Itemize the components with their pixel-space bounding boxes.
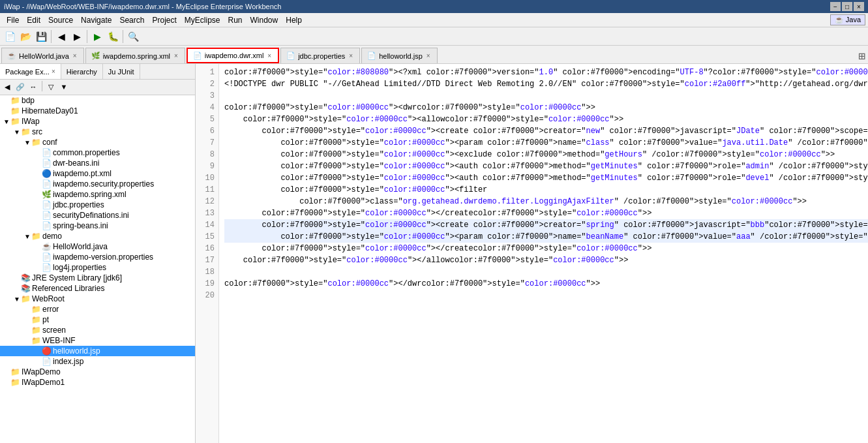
tree-item[interactable]: 📁bdp — [0, 95, 195, 106]
tree-item[interactable]: 📁WEB-INF — [0, 335, 195, 346]
tab-helloworldjava[interactable]: ☕ HelloWorld.java × — [1, 48, 84, 63]
code-content[interactable]: color:#7f0000">style="color:#808080"><?x… — [219, 64, 868, 443]
tree-icon: 📁 — [21, 294, 31, 303]
tree-item[interactable]: 📄securityDefinations.ini — [0, 210, 195, 221]
tree-item[interactable]: 🔵iwapdemo.pt.xml — [0, 168, 195, 179]
menu-project[interactable]: Project — [148, 14, 180, 26]
tree-label: error — [42, 305, 59, 314]
tree-label: log4j.properties — [53, 263, 106, 272]
code-line: color:#7f0000">style="color:#0000cc"><al… — [224, 114, 868, 125]
tree-icon: 📁 — [31, 232, 41, 241]
panel-sync-btn[interactable]: ↔ — [27, 81, 39, 93]
line-number: 4 — [198, 102, 215, 114]
main-layout: Package Ex... × Hierarchy Ju JUnit ◀ 🔗 ↔… — [0, 64, 868, 443]
tree-item[interactable]: 📁pt — [0, 314, 195, 325]
toolbar-open[interactable]: 📂 — [18, 29, 33, 44]
tab-iwapdemodwrxml[interactable]: 📄 iwapdemo.dwr.xml × — [187, 48, 279, 63]
tree-item[interactable]: ☕HelloWorld.java — [0, 241, 195, 252]
tree-item[interactable]: 📄iwapdemo.security.properties — [0, 179, 195, 189]
menu-myeclipse[interactable]: MyEclipse — [181, 14, 224, 26]
file-tree[interactable]: 📁bdp📁HibernateDay01▼📁IWap▼📁src▼📁conf📄com… — [0, 95, 195, 443]
toolbar-debug[interactable]: 🐛 — [106, 29, 120, 44]
panel-menu-btn[interactable]: ▼ — [58, 81, 70, 93]
perspective-label[interactable]: ☕ Java — [830, 14, 865, 25]
tree-item[interactable]: 📁IWapDemo — [0, 367, 195, 377]
menu-search[interactable]: Search — [115, 14, 148, 26]
menu-window[interactable]: Window — [247, 14, 282, 26]
panel-link-btn[interactable]: 🔗 — [14, 81, 26, 93]
tree-item[interactable]: 📁error — [0, 304, 195, 314]
tree-icon: 🔵 — [42, 169, 52, 178]
panel-tab-packageexplorer[interactable]: Package Ex... × — [0, 64, 61, 79]
tree-item[interactable]: 📁HibernateDay01 — [0, 106, 195, 116]
panel-filter-btn[interactable]: ▽ — [45, 81, 57, 93]
tree-icon: 📁 — [31, 326, 41, 335]
toolbar-save[interactable]: 💾 — [34, 29, 48, 44]
tree-item[interactable]: 📄iwapdemo-version.properties — [0, 252, 195, 262]
tab-iwapdemospringxml[interactable]: 🌿 iwapdemo.spring.xml × — [85, 48, 185, 63]
tree-item[interactable]: 📄jdbc.properties — [0, 200, 195, 210]
menu-edit[interactable]: Edit — [23, 14, 44, 26]
tree-item[interactable]: 📚Referenced Libraries — [0, 283, 195, 294]
toolbar-new[interactable]: 📄 — [3, 29, 17, 44]
menu-help[interactable]: Help — [282, 14, 306, 26]
tab-icon-dwr: 📄 — [193, 52, 202, 60]
tree-item[interactable]: ▼📁conf — [0, 137, 195, 147]
tree-item[interactable]: 📁IWapDemo1 — [0, 377, 195, 388]
tab-close-spring[interactable]: × — [173, 52, 179, 59]
tree-item[interactable]: 📄spring-beans.ini — [0, 221, 195, 231]
toolbar-back[interactable]: ◀ — [54, 29, 68, 44]
panel-tab-junit[interactable]: Ju JUnit — [103, 64, 140, 79]
panel-collapse-btn[interactable]: ◀ — [1, 81, 13, 93]
tree-arrow: ▼ — [3, 118, 10, 125]
tree-icon: 📄 — [42, 252, 52, 262]
tree-item[interactable]: ▼📁IWap — [0, 116, 195, 127]
tree-item[interactable]: ▼📁WebRoot — [0, 294, 195, 304]
tab-close-dwr[interactable]: × — [266, 52, 273, 59]
toolbar-search[interactable]: 🔍 — [126, 29, 140, 44]
tree-icon: 📁 — [31, 138, 41, 147]
toolbar-forward[interactable]: ▶ — [70, 29, 84, 44]
menu-file[interactable]: File — [3, 14, 23, 26]
tree-icon: 📁 — [10, 367, 20, 376]
tree-label: helloworld.jsp — [53, 346, 100, 356]
editor-area[interactable]: 1234567891011121314151617181920 color:#7… — [196, 64, 868, 443]
title-bar: iWap - /iWap/WebRoot/WEB-INF/iwapdemo.dw… — [0, 0, 868, 13]
tree-item[interactable]: ▼📁src — [0, 127, 195, 137]
menu-run[interactable]: Run — [224, 14, 247, 26]
tab-close-helloworldjava[interactable]: × — [72, 52, 78, 59]
toolbar-run[interactable]: ▶ — [90, 29, 104, 44]
tree-item[interactable]: 📄common.properties — [0, 147, 195, 158]
menu-navigate[interactable]: Navigate — [77, 14, 115, 26]
close-button[interactable]: × — [854, 2, 864, 11]
tree-icon: 📄 — [42, 211, 52, 220]
panel-tab-packageexplorer-close[interactable]: × — [52, 68, 55, 75]
code-line: color:#7f0000">style="color:#0000cc"></d… — [224, 278, 868, 290]
tree-icon: 📄 — [42, 200, 52, 209]
tab-jdbcproperties[interactable]: 📄 jdbc.properties × — [280, 48, 360, 63]
minimize-button[interactable]: − — [830, 2, 841, 11]
panel-tab-hierarchy[interactable]: Hierarchy — [61, 64, 103, 79]
tab-helloworldjsp[interactable]: 📄 helloworld.jsp × — [361, 48, 438, 63]
tree-item[interactable]: 📄log4j.properties — [0, 262, 195, 273]
tree-label: iwapdemo.pt.xml — [53, 169, 112, 178]
tree-icon: 📄 — [42, 179, 52, 189]
tree-item[interactable]: 🔴helloworld.jsp — [0, 346, 195, 356]
tree-item[interactable]: 🌿iwapdemo.spring.xml — [0, 189, 195, 200]
tree-label: IWapDemo — [22, 367, 61, 376]
tree-item[interactable]: 📚JRE System Library [jdk6] — [0, 273, 195, 283]
tree-item[interactable]: ▼📁demo — [0, 231, 195, 241]
tree-item[interactable]: 📁screen — [0, 325, 195, 335]
code-line: color:#7f0000">style="color:#0000cc"><ex… — [224, 149, 868, 160]
tab-close-jsp[interactable]: × — [425, 52, 432, 59]
tree-label: bdp — [22, 96, 35, 105]
tree-label: WebRoot — [32, 294, 65, 303]
tree-item[interactable]: 📄index.jsp — [0, 356, 195, 367]
maximize-button[interactable]: □ — [842, 2, 852, 11]
tree-item[interactable]: 📄dwr-beans.ini — [0, 158, 195, 168]
tab-close-jdbc[interactable]: × — [348, 52, 354, 59]
code-line: <!DOCTYPE dwr PUBLIC "-//GetAhead Limite… — [224, 78, 868, 90]
tab-area-controls: ⊞ — [858, 49, 868, 63]
tree-label: spring-beans.ini — [53, 221, 108, 230]
menu-source[interactable]: Source — [44, 14, 77, 26]
